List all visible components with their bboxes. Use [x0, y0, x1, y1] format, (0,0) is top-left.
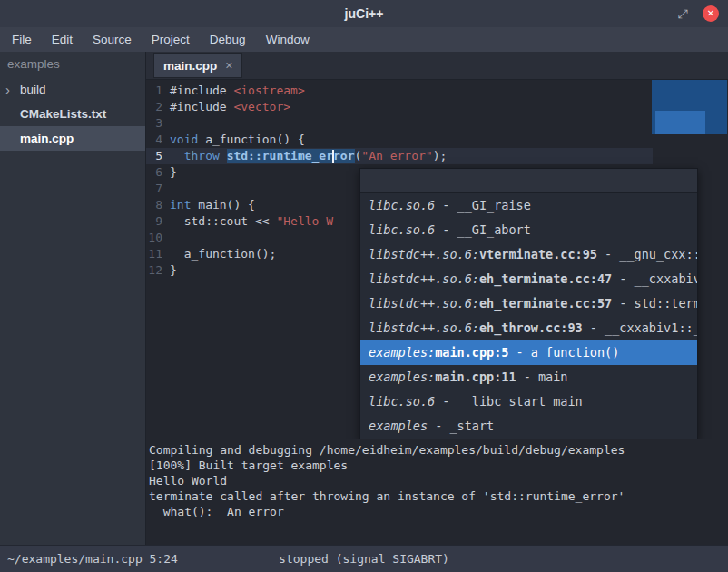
frame-library: libstdc++.so.6: [369, 271, 479, 286]
terminal-line: Hello World [149, 473, 725, 488]
frame-location: eh_throw.cc:93 [479, 321, 583, 335]
code-token: void [170, 133, 198, 146]
frame-function: - __libc_start_main [435, 394, 583, 409]
stack-frame-row[interactable]: examples - _start [360, 414, 697, 439]
frame-function: - std::terminate() [612, 296, 697, 311]
menu-item-window[interactable]: Window [256, 27, 320, 52]
code-text: } [170, 164, 177, 181]
code-text: #include <iostream> [170, 83, 305, 99]
minimize-button[interactable]: – [646, 5, 663, 22]
editor[interactable]: 1#include <iostream>2#include <vector>34… [146, 80, 728, 439]
frame-location: main.cpp:5 [435, 345, 508, 360]
frame-location: main.cpp:11 [435, 370, 516, 384]
stack-frame-row[interactable]: libc.so.6 - __GI_raise [360, 193, 697, 218]
stack-frame-row[interactable]: examples:main.cpp:5 - a_function() [360, 340, 697, 365]
line-number: 9 [146, 213, 170, 230]
frame-library: libstdc++.so.6: [369, 321, 479, 335]
close-button[interactable]: ✕ [703, 5, 719, 22]
code-line-4[interactable]: 4void a_function() { [146, 132, 653, 148]
frame-location: eh_terminate.cc:47 [479, 271, 612, 286]
code-token: } [170, 263, 177, 277]
code-text: throw std::runtime_error("An error"); [170, 148, 447, 164]
tree-item-label: build [20, 77, 46, 102]
tree-item-label: CMakeLists.txt [20, 102, 106, 126]
frame-function: - __cxxabiv1::__term [612, 271, 697, 286]
line-number: 1 [146, 83, 170, 99]
frame-function: - __gnu_cxx::__verbos [597, 247, 697, 261]
code-token: #include [170, 84, 233, 97]
frame-function: - __cxxabiv1::__cxa_thro [583, 321, 697, 335]
stack-frame-row[interactable]: libstdc++.so.6:eh_throw.cc:93 - __cxxabi… [360, 316, 697, 340]
tab-close-icon[interactable]: × [225, 58, 232, 73]
code-token: std::cout << [170, 214, 276, 228]
code-token: #include [170, 100, 233, 113]
frame-library: libc.so.6 [369, 198, 435, 212]
line-number: 10 [146, 230, 170, 246]
menu-item-debug[interactable]: Debug [200, 27, 256, 52]
tab-bar: main.cpp × [146, 52, 728, 80]
code-token: std::runtime_er [227, 149, 333, 163]
menu-item-project[interactable]: Project [142, 27, 200, 52]
frame-function: - __GI_abort [435, 222, 531, 237]
file-tree: ›buildCMakeLists.txtmain.cpp [0, 77, 145, 151]
tab-label: main.cpp [163, 59, 217, 73]
code-token: ror [333, 149, 354, 163]
code-line-1[interactable]: 1#include <iostream> [146, 83, 653, 99]
stack-frame-row[interactable]: libstdc++.so.6:vterminate.cc:95 - __gnu_… [360, 242, 697, 267]
code-line-2[interactable]: 2#include <vector> [146, 99, 653, 115]
tree-item-main-cpp[interactable]: main.cpp [0, 126, 145, 151]
code-line-5[interactable]: 5 throw std::runtime_error("An error"); [146, 148, 653, 164]
terminal[interactable]: Compiling and debugging /home/eidheim/ex… [146, 439, 728, 545]
editor-column: main.cpp × 1#include <iostream>2#include… [146, 52, 728, 545]
stack-frame-row[interactable]: examples:main.cpp:11 - main [360, 365, 697, 390]
code-text: #include <vector> [170, 99, 290, 115]
terminal-line: what(): An error [149, 504, 725, 519]
stack-frame-row[interactable]: libc.so.6 - __GI_abort [360, 218, 697, 242]
maximize-button[interactable]: ⤢ [674, 5, 691, 22]
sidebar: examples ›buildCMakeLists.txtmain.cpp [0, 52, 146, 545]
menu-item-edit[interactable]: Edit [42, 27, 83, 52]
code-text: } [170, 262, 177, 279]
code-token [220, 149, 227, 163]
line-number: 4 [146, 132, 170, 148]
stack-frame-row[interactable]: libc.so.6 - __libc_start_main [360, 390, 697, 414]
code-token: throw [184, 149, 220, 163]
text-cursor [332, 150, 334, 163]
line-number: 5 [146, 148, 170, 164]
code-token: "Hello W [276, 214, 333, 228]
menu-item-source[interactable]: Source [83, 27, 142, 52]
stack-frame-row[interactable]: libstdc++.so.6:eh_terminate.cc:57 - std:… [360, 291, 697, 316]
code-token [170, 149, 184, 163]
frame-library: examples [369, 419, 428, 433]
project-header: examples [0, 52, 145, 77]
frame-library: libstdc++.so.6: [369, 247, 479, 261]
window-title: juCi++ [0, 6, 728, 21]
tree-item-build[interactable]: ›build [0, 77, 145, 102]
line-number: 3 [146, 115, 170, 132]
chevron-right-icon: › [5, 77, 20, 102]
minimap[interactable] [652, 80, 727, 134]
code-token: a_function(); [170, 247, 276, 261]
status-file-position: ~/examples/main.cpp 5:24 [0, 552, 178, 566]
line-number: 7 [146, 181, 170, 197]
title-bar[interactable]: juCi++ – ⤢ ✕ [0, 0, 728, 27]
menu-item-file[interactable]: File [2, 27, 42, 52]
window-controls: – ⤢ ✕ [646, 0, 719, 27]
frame-library: examples: [369, 345, 435, 360]
frame-function: - _start [428, 419, 494, 433]
frame-location: vterminate.cc:95 [479, 247, 597, 261]
frame-location: eh_terminate.cc:57 [479, 296, 612, 311]
tree-item-cmakelists-txt[interactable]: CMakeLists.txt [0, 102, 145, 126]
frame-function: - __GI_raise [435, 198, 531, 212]
menu-bar: FileEditSourceProjectDebugWindow [0, 27, 728, 52]
line-number: 11 [146, 246, 170, 262]
status-bar: stopped (signal SIGABRT) ~/examples/main… [0, 545, 728, 572]
stack-frame-row[interactable]: libstdc++.so.6:eh_terminate.cc:47 - __cx… [360, 267, 697, 291]
code-line-3[interactable]: 3 [146, 115, 653, 132]
popup-header [360, 169, 697, 193]
main-area: examples ›buildCMakeLists.txtmain.cpp ma… [0, 52, 728, 545]
frame-library: examples: [369, 370, 435, 384]
code-text: std::cout << "Hello W [170, 213, 333, 230]
tab-maincpp[interactable]: main.cpp × [153, 53, 242, 78]
code-token: int [170, 198, 191, 212]
